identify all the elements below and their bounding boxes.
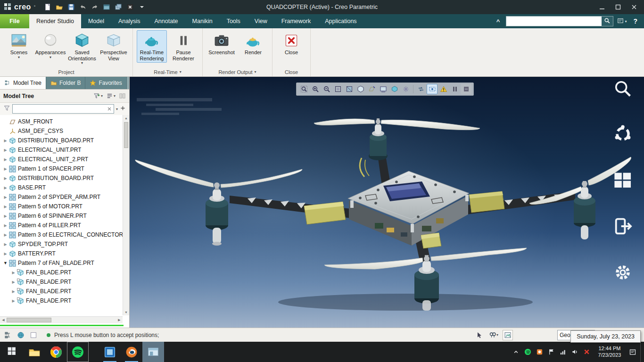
tab-applications[interactable]: Applications bbox=[318, 14, 363, 28]
search-icon[interactable] bbox=[602, 16, 613, 26]
tab-file[interactable]: File bbox=[0, 14, 29, 28]
saved-view-button[interactable] bbox=[378, 84, 388, 94]
tree-expand-arrow[interactable]: ▶ bbox=[2, 252, 9, 256]
orange-app-tray[interactable] bbox=[535, 348, 544, 356]
datum-display-button[interactable] bbox=[366, 84, 377, 94]
panel-tab-favorites[interactable]: Favorites bbox=[85, 77, 126, 89]
scenes-button[interactable]: Scenes▾ bbox=[4, 30, 34, 61]
tree-expand-arrow[interactable]: ▶ bbox=[2, 223, 9, 228]
effects-button[interactable] bbox=[400, 84, 411, 94]
scroll-left-arrow[interactable]: ◀ bbox=[0, 318, 7, 322]
tab-tools[interactable]: Tools bbox=[220, 14, 248, 28]
browser-toggle[interactable] bbox=[16, 330, 26, 340]
scroll-up-arrow[interactable]: ▲ bbox=[123, 115, 129, 121]
tree-expand-arrow[interactable]: ▶ bbox=[2, 139, 9, 143]
view-manager-button[interactable] bbox=[389, 84, 400, 94]
tree-item[interactable]: ▶DISTRIBUTION_BOARD.PRT bbox=[0, 173, 123, 183]
chrome-app[interactable] bbox=[45, 342, 67, 362]
tree-item[interactable]: ▶Pattern 3 of ELECTRICAL_CONNECTOR.PI bbox=[0, 230, 123, 239]
close-window-button[interactable] bbox=[125, 2, 135, 12]
tree-item[interactable]: ▶DISTRIBUTION_BOARD.PRT bbox=[0, 136, 123, 145]
refit-button[interactable] bbox=[332, 84, 343, 94]
tree-item[interactable]: ▶Pattern 2 of SPYDER_ARM.PRT bbox=[0, 192, 123, 202]
tree-search-input[interactable] bbox=[13, 106, 107, 112]
windows-shortcut[interactable] bbox=[612, 169, 634, 191]
appearances-button[interactable]: Appearances▾ bbox=[35, 30, 66, 61]
customize-toolbar-button[interactable] bbox=[137, 2, 147, 12]
tab-manikin[interactable]: Manikin bbox=[185, 14, 220, 28]
tree-expand-arrow[interactable]: ▶ bbox=[10, 299, 17, 303]
warning-button[interactable] bbox=[438, 84, 449, 94]
tree-columns-button[interactable] bbox=[119, 92, 126, 99]
render-canvas[interactable] bbox=[130, 77, 644, 328]
tree-expand-arrow[interactable]: ▶ bbox=[10, 289, 17, 294]
render-button[interactable]: Render bbox=[238, 30, 268, 57]
model-tree-toggle[interactable] bbox=[3, 330, 13, 340]
tab-view[interactable]: View bbox=[248, 14, 274, 28]
find-tool-button[interactable]: ▾ bbox=[488, 330, 499, 340]
render-region-button[interactable] bbox=[427, 84, 438, 94]
zoom-in-button[interactable] bbox=[310, 84, 321, 94]
stop-button[interactable] bbox=[461, 84, 471, 94]
ubuntu-shortcut[interactable] bbox=[612, 123, 634, 145]
volume-tray[interactable] bbox=[570, 348, 579, 356]
action-center-icon[interactable] bbox=[628, 348, 637, 356]
collapse-ribbon-button[interactable]: ^ bbox=[494, 18, 502, 25]
select-mode-button[interactable] bbox=[474, 330, 485, 340]
zoom-region-button[interactable] bbox=[298, 84, 309, 94]
tree-item[interactable]: ▶FAN_BLADE.PRT bbox=[0, 287, 123, 296]
settings-shortcut[interactable] bbox=[612, 262, 634, 283]
tree-item[interactable]: ASM_FRONT bbox=[0, 117, 123, 126]
search-shortcut[interactable] bbox=[612, 78, 634, 99]
scroll-right-arrow[interactable]: ▶ bbox=[116, 318, 123, 322]
tab-model[interactable]: Model bbox=[81, 14, 111, 28]
tree-item[interactable]: ▶SPYDER_TOP.PRT bbox=[0, 239, 123, 249]
screenshot-button[interactable]: Screenshot bbox=[206, 30, 237, 57]
tree-expand-arrow[interactable]: ▶ bbox=[2, 195, 9, 199]
tree-expand-arrow[interactable]: ▶ bbox=[2, 167, 9, 171]
tree-expand-arrow[interactable]: ▶ bbox=[2, 176, 9, 181]
real-time-rendering-button[interactable]: Real-Time Rendering bbox=[137, 30, 167, 63]
tree-item[interactable]: ▶BATTERY.PRT bbox=[0, 249, 123, 258]
minimize-button[interactable] bbox=[596, 2, 608, 12]
signout-shortcut[interactable] bbox=[612, 215, 634, 237]
tree-expand-arrow[interactable]: ▶ bbox=[10, 271, 17, 275]
clear-search-icon[interactable] bbox=[107, 106, 114, 112]
blender-app[interactable] bbox=[121, 342, 142, 362]
help-button[interactable]: ? bbox=[630, 17, 640, 25]
new-file-button[interactable] bbox=[43, 2, 52, 12]
search-options-button[interactable]: ▾ bbox=[617, 17, 627, 25]
graphics-area[interactable] bbox=[130, 77, 644, 328]
display-style-button[interactable] bbox=[355, 84, 366, 94]
tree-expand-arrow[interactable]: ▶ bbox=[2, 157, 9, 162]
tree-expand-arrow[interactable]: ▼ bbox=[2, 261, 9, 265]
network-tray[interactable] bbox=[559, 348, 567, 356]
tree-expand-arrow[interactable]: ▶ bbox=[2, 233, 9, 237]
horizontal-scroll-thumb[interactable] bbox=[7, 318, 51, 322]
blank-toggle[interactable] bbox=[28, 330, 39, 340]
tree-item[interactable]: ▶FAN_BLADE.PRT bbox=[0, 296, 123, 305]
spotify-tray[interactable] bbox=[523, 348, 532, 356]
start-button[interactable] bbox=[0, 342, 24, 362]
tree-item[interactable]: ▶Pattern 5 of MOTOR.PRT bbox=[0, 202, 123, 211]
regenerate-button[interactable] bbox=[102, 2, 111, 12]
tree-filter-button[interactable]: ▾ bbox=[93, 92, 103, 99]
tree-item[interactable]: ▶FAN_BLADE.PRT bbox=[0, 268, 123, 277]
show-desktop-strip[interactable] bbox=[640, 342, 643, 362]
close-button[interactable]: Close bbox=[276, 30, 306, 57]
vertical-scroll-thumb[interactable] bbox=[124, 122, 128, 148]
tab-annotate[interactable]: Annotate bbox=[148, 14, 185, 28]
tree-settings-button[interactable]: ▾ bbox=[106, 92, 116, 99]
tree-expand-arrow[interactable]: ▶ bbox=[10, 280, 17, 284]
tree-item[interactable]: ▶FAN_BLADE.PRT bbox=[0, 277, 123, 287]
tree-item[interactable]: ▼Pattern 7 of FAN_BLADE.PRT bbox=[0, 258, 123, 268]
maximize-button[interactable] bbox=[612, 2, 624, 12]
shade-button[interactable] bbox=[344, 84, 355, 94]
pause-button[interactable] bbox=[449, 84, 460, 94]
redo-button[interactable] bbox=[90, 2, 99, 12]
tree-expand-arrow[interactable]: ▶ bbox=[2, 205, 9, 209]
zoom-out-button[interactable] bbox=[321, 84, 332, 94]
tree-expand-arrow[interactable]: ▶ bbox=[2, 148, 9, 152]
tree-item[interactable]: ▶Pattern 4 of PILLER.PRT bbox=[0, 221, 123, 230]
search-input[interactable] bbox=[506, 16, 602, 26]
